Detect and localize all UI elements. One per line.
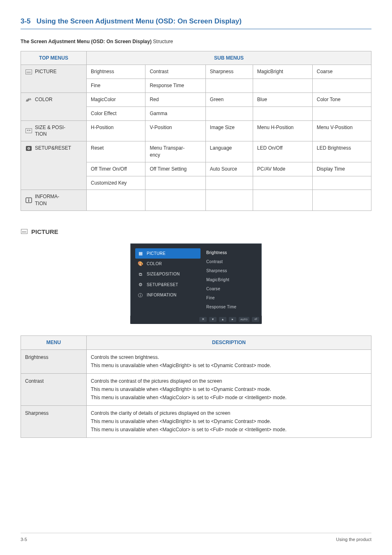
osd-menu-item: ▦PICTURE: [135, 248, 201, 259]
submenu-cell: Blue: [253, 92, 312, 106]
submenu-cell: MagicColor: [87, 92, 145, 106]
submenu-cell: [145, 190, 205, 211]
desc-menu-cell: Contrast: [21, 373, 87, 405]
submenu-cell: [312, 79, 371, 93]
menu-icon: [25, 197, 32, 203]
submenu-cell: Contrast: [145, 65, 205, 79]
submenu-cell: MagicBright: [253, 65, 312, 79]
osd-footer-key: ▾: [209, 317, 217, 322]
page-footer: 3-5 Using the product: [21, 533, 371, 543]
desc-text-cell: Controls the screen brightness.This menu…: [87, 349, 371, 373]
svg-point-1: [29, 98, 30, 99]
submenu-cell: [253, 190, 312, 211]
submenu-cell: Menu H-Position: [253, 120, 312, 141]
osd-submenu-item: Sharpness: [206, 266, 258, 275]
desc-text-cell: Controls the clarity of details of pictu…: [87, 405, 371, 437]
submenu-cell: Menu Transpar-ency: [145, 141, 205, 162]
submenu-cell: [253, 176, 312, 190]
osd-menu-label: SIZE&POSITION: [147, 271, 180, 277]
submenu-cell: LED Brightness: [312, 141, 371, 162]
submenu-cell: Display Time: [312, 162, 371, 176]
submenu-cell: Language: [205, 141, 253, 162]
menu-text: PICTURE: [35, 68, 57, 75]
submenu-cell: Gamma: [145, 106, 205, 120]
menu-cell: COLOR: [21, 92, 87, 120]
osd-menu-icon: ▦: [138, 250, 143, 257]
svg-point-5: [28, 148, 30, 149]
submenu-cell: [253, 79, 312, 93]
submenu-cell: [87, 190, 145, 211]
osd-menu-item: ⧉SIZE&POSITION: [135, 269, 201, 280]
intro-bold: The Screen Adjustment Menu (OSD: On Scre…: [21, 39, 152, 44]
intro-rest: Structure: [152, 39, 173, 44]
submenu-cell: Green: [205, 92, 253, 106]
submenu-cell: Reset: [87, 141, 145, 162]
osd-footer-key: ✕: [199, 317, 207, 322]
submenu-cell: [205, 79, 253, 93]
structure-header-top: TOP MENUS: [21, 51, 87, 65]
submenu-cell: Image Size: [205, 120, 253, 141]
submenu-cell: [312, 106, 371, 120]
submenu-cell: PC/AV Mode: [253, 162, 312, 176]
submenu-cell: [312, 190, 371, 211]
menu-text: SETUP&RESET: [35, 145, 71, 152]
osd-submenu-item: MagicBright: [206, 275, 258, 284]
submenu-cell: [312, 176, 371, 190]
osd-menu-label: SETUP&RESET: [147, 282, 178, 288]
menu-cell: SETUP&RESET: [21, 141, 87, 190]
osd-footer-key: ▴: [219, 317, 226, 322]
desc-text-cell: Controls the contrast of the pictures di…: [87, 373, 371, 405]
menu-icon: [25, 97, 32, 102]
section-title-text: Using the Screen Adjustment Menu (OSD: O…: [37, 17, 242, 25]
submenu-cell: Auto Source: [205, 162, 253, 176]
menu-text: COLOR: [35, 96, 53, 103]
osd-footer-key: AUTO: [239, 317, 249, 322]
submenu-cell: Menu V-Position: [312, 120, 371, 141]
submenu-cell: Coarse: [312, 65, 371, 79]
osd-footer: ✕▾▴▸AUTO⏎: [130, 316, 262, 324]
submenu-cell: Sharpness: [205, 65, 253, 79]
osd-screenshot: ▦PICTURE🎨COLOR⧉SIZE&POSITION⚙SETUP&RESET…: [130, 243, 262, 324]
submenu-cell: H-Position: [87, 120, 145, 141]
svg-point-0: [27, 99, 28, 99]
submenu-cell: Fine: [87, 79, 145, 93]
menu-icon: [25, 128, 32, 134]
footer-left: 3-5: [21, 536, 27, 543]
picture-subheading-text: PICTURE: [31, 227, 58, 236]
submenu-cell: [205, 106, 253, 120]
picture-icon: [21, 229, 28, 234]
submenu-cell: Off Timer On/Off: [87, 162, 145, 176]
submenu-cell: LED On/Off: [253, 141, 312, 162]
osd-footer-key: ▸: [229, 317, 236, 322]
menu-text: SIZE & POSI-TION: [35, 124, 65, 138]
osd-left-panel: ▦PICTURE🎨COLOR⧉SIZE&POSITION⚙SETUP&RESET…: [134, 246, 202, 314]
desc-header-desc: DESCRIPTION: [87, 335, 371, 349]
osd-menu-icon: ⓘ: [138, 292, 143, 298]
menu-cell: SIZE & POSI-TION: [21, 120, 87, 141]
svg-rect-8: [28, 200, 29, 202]
svg-point-2: [30, 99, 30, 100]
osd-menu-label: COLOR: [147, 261, 162, 267]
picture-subheading: PICTURE: [21, 227, 371, 236]
submenu-cell: Color Tone: [312, 92, 371, 106]
section-number: 3-5: [21, 17, 31, 25]
osd-menu-icon: 🎨: [138, 261, 143, 267]
submenu-cell: Red: [145, 92, 205, 106]
footer-right: Using the product: [336, 536, 371, 543]
desc-menu-cell: Brightness: [21, 349, 87, 373]
osd-submenu-item: Brightness: [206, 248, 258, 257]
submenu-cell: Brightness: [87, 65, 145, 79]
submenu-cell: [205, 176, 253, 190]
menu-icon: [25, 146, 32, 151]
osd-submenu-item: Coarse: [206, 284, 258, 294]
submenu-cell: Customized Key: [87, 176, 145, 190]
osd-menu-label: PICTURE: [147, 251, 166, 257]
osd-menu-icon: ⚙: [138, 282, 143, 288]
submenu-cell: [145, 176, 205, 190]
section-title: 3-5 Using the Screen Adjustment Menu (OS…: [21, 16, 371, 29]
osd-submenu-item: Contrast: [206, 257, 258, 266]
osd-right-panel: BrightnessContrastSharpnessMagicBrightCo…: [202, 246, 258, 314]
menu-cell: PICTURE: [21, 65, 87, 93]
desc-menu-cell: Sharpness: [21, 405, 87, 437]
submenu-cell: [205, 190, 253, 211]
